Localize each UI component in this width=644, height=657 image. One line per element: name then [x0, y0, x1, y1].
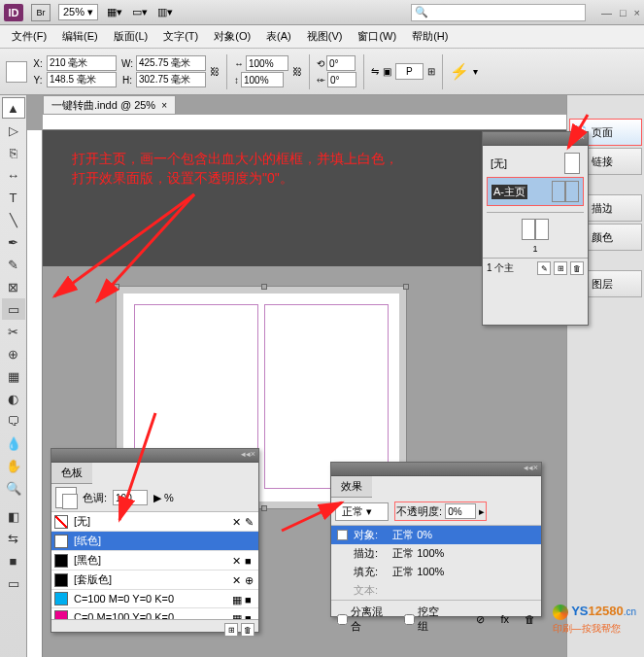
flip-h-icon[interactable]: ⇋ [371, 66, 379, 77]
gradient-tool[interactable]: ▦ [2, 365, 25, 387]
maximize-button[interactable]: □ [620, 7, 627, 18]
pencil-tool[interactable]: ✎ [2, 254, 25, 275]
y-input[interactable] [47, 72, 117, 87]
handle[interactable] [403, 284, 409, 290]
menu-type[interactable]: 文字(T) [157, 27, 204, 46]
swatches-tab[interactable]: 色板 [51, 463, 92, 484]
fx-fill-row[interactable]: 填充: 正常 100% [331, 563, 541, 581]
panel-collapse-icon[interactable]: ◂◂ [524, 463, 533, 475]
effects-panel[interactable]: ◂◂ × 效果 正常 ▾ 不透明度: ▸ ✓ 对象: 正常 0% 描边: 正常 … [330, 462, 542, 617]
screen-mode-tool[interactable]: ▭ [2, 572, 25, 594]
apply-color-icon[interactable]: ■ [2, 550, 25, 571]
fit-icon[interactable]: ⊞ [427, 66, 435, 77]
new-swatch-icon[interactable]: ⊞ [224, 623, 238, 637]
type-tool[interactable]: T [2, 187, 25, 208]
menu-layout[interactable]: 版面(L) [108, 27, 153, 46]
gradient-feather-tool[interactable]: ◐ [2, 388, 25, 409]
menu-edit[interactable]: 编辑(E) [56, 27, 104, 46]
panel-collapse-icon[interactable]: ◂◂ [570, 132, 580, 145]
ref-point-icon[interactable] [6, 61, 27, 83]
clear-fx-icon[interactable]: ⊘ [476, 613, 485, 626]
pages-panel[interactable]: ◂◂ × [无] A-主页 1 1 个主 ✎ ⊞ 🗑 [482, 131, 589, 326]
rect-frame-tool[interactable]: ⊠ [2, 276, 25, 297]
fill-stroke-icon[interactable]: ◧ [2, 505, 25, 527]
swatch-row-registration[interactable]: [套版色] ✕⊕ [51, 571, 258, 590]
zoom-select[interactable]: 25% ▾ [58, 4, 98, 20]
panel-close-icon[interactable]: × [580, 132, 585, 145]
tint-input[interactable] [113, 490, 148, 505]
select-container-icon[interactable]: ▣ [383, 66, 391, 77]
document-tab[interactable]: 一键转曲.indd @ 25% × [43, 95, 176, 115]
view-options-icon[interactable]: ▦▾ [106, 4, 123, 21]
direct-select-tool[interactable]: ▷ [2, 120, 25, 141]
shear-input[interactable] [327, 72, 356, 87]
delete-page-icon[interactable]: 🗑 [570, 261, 584, 275]
fx-stroke-row[interactable]: 描边: 正常 100% [331, 544, 541, 563]
master-a-row[interactable]: A-主页 [487, 177, 584, 206]
knockout-checkbox[interactable]: 挖空组 [404, 605, 446, 634]
opacity-input[interactable] [445, 503, 476, 519]
line-tool[interactable]: ╲ [2, 209, 25, 230]
arrange-icon[interactable]: ▥▾ [156, 4, 174, 21]
pen-tool[interactable]: ✒ [2, 231, 25, 253]
fx-menu-icon[interactable]: fx [500, 613, 509, 625]
menu-help[interactable]: 帮助(H) [406, 27, 454, 46]
hand-tool[interactable]: ✋ [2, 455, 25, 476]
fill-stroke-proxy[interactable] [55, 487, 77, 508]
scale-y-input[interactable] [241, 72, 284, 87]
bridge-badge[interactable]: Br [31, 4, 51, 21]
scale-x-input[interactable] [246, 55, 288, 71]
w-input[interactable] [136, 55, 206, 71]
delete-swatch-icon[interactable]: 🗑 [241, 623, 254, 637]
swatch-row-magenta[interactable]: C=0 M=100 Y=0 K=0 ▦■ [51, 608, 258, 619]
swatches-panel[interactable]: ◂◂ × 色板 色调: ▶ % [无] ✕✎ [纸色] [黑色] ✕■ [套版色… [51, 448, 259, 633]
fx-object-row[interactable]: ✓ 对象: 正常 0% [331, 526, 541, 544]
handle[interactable] [261, 505, 267, 511]
rect-tool[interactable]: ▭ [2, 298, 25, 320]
minimize-button[interactable]: — [601, 7, 612, 18]
eyedropper-tool[interactable]: 💧 [2, 432, 25, 454]
menu-file[interactable]: 文件(F) [6, 27, 52, 46]
swatch-row-black[interactable]: [黑色] ✕■ [51, 551, 258, 571]
gap-tool[interactable]: ↔ [2, 164, 25, 186]
page-tool[interactable]: ⎘ [2, 142, 25, 163]
ruler-vertical[interactable] [27, 130, 43, 657]
delete-fx-icon[interactable]: 🗑 [525, 613, 535, 625]
panel-close-icon[interactable]: × [533, 463, 538, 475]
isolate-checkbox[interactable]: 分离混合 [337, 605, 389, 634]
rotate-input[interactable] [326, 55, 356, 71]
x-input[interactable] [47, 55, 117, 71]
swatch-row-cyan[interactable]: C=100 M=0 Y=0 K=0 ▦■ [51, 590, 258, 608]
search-input[interactable]: 🔍 [411, 4, 586, 21]
transform-tool[interactable]: ⊕ [2, 343, 25, 364]
menu-object[interactable]: 对象(O) [208, 27, 256, 46]
screen-mode-icon[interactable]: ▭▾ [131, 4, 149, 21]
master-none-row[interactable]: [无] [487, 150, 584, 177]
edit-page-icon[interactable]: ✎ [537, 261, 551, 275]
selection-tool[interactable]: ▲ [2, 97, 25, 119]
panel-collapse-icon[interactable]: ◂◂ [241, 449, 251, 462]
menu-window[interactable]: 窗口(W) [352, 27, 402, 46]
handle[interactable] [114, 284, 119, 290]
note-tool[interactable]: 🗨 [2, 410, 25, 432]
quick-apply-icon[interactable]: ⚡ [450, 62, 469, 81]
swatch-row-paper[interactable]: [纸色] [51, 532, 258, 551]
page-1-thumb[interactable] [522, 219, 549, 240]
new-page-icon[interactable]: ⊞ [554, 261, 567, 275]
ruler-horizontal[interactable] [43, 115, 566, 130]
paragraph-style[interactable]: P [395, 63, 424, 80]
panel-close-icon[interactable]: × [251, 449, 255, 462]
swatch-row-none[interactable]: [无] ✕✎ [51, 512, 258, 532]
close-button[interactable]: × [634, 7, 640, 18]
control-menu-icon[interactable]: ▾ [473, 66, 478, 77]
h-input[interactable] [136, 72, 206, 87]
constrain-icon[interactable]: ⛓ [210, 66, 220, 77]
menu-view[interactable]: 视图(V) [301, 27, 349, 46]
effects-tab[interactable]: 效果 [331, 476, 372, 498]
swap-fill-icon[interactable]: ⇆ [2, 528, 25, 549]
blend-mode-select[interactable]: 正常 ▾ [335, 502, 389, 521]
scissors-tool[interactable]: ✂ [2, 321, 25, 342]
zoom-tool[interactable]: 🔍 [2, 477, 25, 499]
constrain-scale-icon[interactable]: ⛓ [292, 66, 302, 77]
menu-table[interactable]: 表(A) [260, 27, 297, 46]
